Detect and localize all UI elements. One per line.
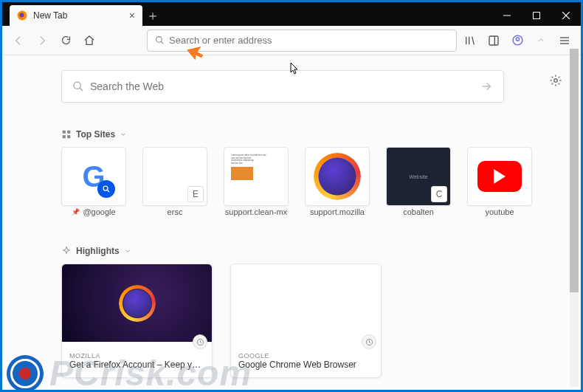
top-sites-heading: Top Sites <box>76 129 115 140</box>
card-source: GOOGLE <box>238 352 373 360</box>
account-button[interactable] <box>507 30 528 51</box>
web-search-input[interactable] <box>90 80 480 92</box>
highlight-card[interactable]: MOZILLA Get a Firefox Account – Keep you… <box>61 264 213 378</box>
tile-label: ersc <box>168 207 183 216</box>
highlight-card[interactable]: GOOGLE Google Chrome Web Browser <box>230 264 382 378</box>
firefox-tab-icon <box>17 10 27 21</box>
url-input[interactable] <box>169 35 449 46</box>
scroll-thumb[interactable] <box>570 49 579 292</box>
close-tab-button[interactable]: × <box>129 10 135 21</box>
customize-gear-button[interactable] <box>547 72 565 89</box>
tile-thumbnail <box>305 147 370 206</box>
svg-rect-3 <box>534 13 540 19</box>
url-bar[interactable] <box>147 30 457 52</box>
top-site-tile[interactable]: support.mozilla <box>305 147 370 216</box>
history-badge-icon <box>193 334 207 349</box>
sparkle-icon <box>61 246 72 256</box>
svg-point-22 <box>103 186 108 190</box>
card-title: Google Chrome Web Browser <box>238 360 373 370</box>
card-title: Get a Firefox Account – Keep you… <box>69 360 204 370</box>
forward-button[interactable] <box>32 30 52 51</box>
svg-point-15 <box>554 79 558 83</box>
top-site-tile[interactable]: E ersc <box>142 147 207 216</box>
tile-thumbnail <box>467 147 532 206</box>
fallback-letter-icon: C <box>431 186 447 202</box>
back-button[interactable] <box>8 30 29 51</box>
card-source: MOZILLA <box>69 352 204 360</box>
highlights-heading: Highlights <box>76 246 120 256</box>
gear-icon <box>549 74 562 87</box>
new-tab-content: Top Sites G 📌@google E ersc Lorem ipsum … <box>2 55 581 392</box>
top-sites-header[interactable]: Top Sites <box>61 129 522 140</box>
svg-rect-8 <box>489 36 498 45</box>
pin-icon: 📌 <box>72 208 80 216</box>
search-icon <box>72 80 84 92</box>
web-search-box[interactable] <box>61 70 504 103</box>
tile-label: @google <box>83 207 115 216</box>
grid-icon <box>61 129 72 140</box>
svg-line-17 <box>80 88 83 91</box>
browser-tab[interactable]: New Tab × <box>10 5 142 26</box>
maximize-button[interactable] <box>522 5 551 26</box>
card-thumbnail <box>231 264 381 342</box>
menu-button[interactable] <box>554 30 575 51</box>
toolbar <box>2 26 581 55</box>
card-thumbnail <box>62 264 212 342</box>
chevron-down-icon <box>124 247 131 255</box>
top-sites-row: G 📌@google E ersc Lorem ipsum dolor sit … <box>61 147 522 216</box>
history-badge-icon <box>362 334 376 349</box>
svg-rect-19 <box>67 131 70 134</box>
titlebar: New Tab × ＋ <box>2 2 581 26</box>
go-arrow-icon[interactable] <box>480 80 493 93</box>
search-icon <box>155 35 165 45</box>
svg-line-7 <box>161 41 163 44</box>
tile-thumbnail: WebsiteC <box>386 147 451 206</box>
tile-label: support.mozilla <box>310 207 365 216</box>
tile-thumbnail: Lorem ipsum dolor sit amet text rowrow r… <box>224 147 289 206</box>
svg-rect-18 <box>63 131 66 134</box>
youtube-icon <box>477 161 522 192</box>
svg-line-23 <box>108 190 110 193</box>
home-button[interactable] <box>79 30 100 51</box>
search-badge-icon <box>97 180 115 198</box>
tile-label: youtube <box>485 207 514 216</box>
firefox-icon <box>318 157 356 196</box>
firefox-icon <box>123 289 151 317</box>
new-tab-button[interactable]: ＋ <box>142 5 163 26</box>
chevron-down-icon <box>120 131 127 138</box>
tile-thumbnail: G <box>61 147 126 206</box>
library-button[interactable] <box>460 30 480 51</box>
svg-point-6 <box>156 37 162 43</box>
tile-label: support.clean-mx <box>225 207 287 216</box>
top-site-tile[interactable]: G 📌@google <box>61 147 126 216</box>
window-controls <box>492 5 581 26</box>
svg-point-1 <box>20 13 24 18</box>
minimize-button[interactable] <box>492 5 522 26</box>
tile-thumbnail: E <box>142 147 207 206</box>
svg-rect-21 <box>67 135 70 138</box>
svg-point-16 <box>74 82 80 89</box>
highlights-header[interactable]: Highlights <box>61 246 522 256</box>
sidebar-button[interactable] <box>483 30 504 51</box>
top-site-tile[interactable]: WebsiteC cobalten <box>386 147 451 216</box>
svg-rect-20 <box>63 135 66 138</box>
top-site-tile[interactable]: youtube <box>467 147 532 216</box>
overflow-button[interactable] <box>531 30 551 51</box>
scrollbar[interactable] <box>570 49 579 387</box>
reload-button[interactable] <box>55 30 76 51</box>
top-site-tile[interactable]: Lorem ipsum dolor sit amet text rowrow r… <box>224 147 289 216</box>
close-window-button[interactable] <box>551 5 581 26</box>
fallback-letter-icon: E <box>187 186 204 202</box>
svg-point-11 <box>516 38 519 41</box>
tile-label: cobalten <box>403 207 434 216</box>
tab-title: New Tab <box>33 10 67 21</box>
document-preview-icon: Lorem ipsum dolor sit amet text rowrow r… <box>228 151 284 202</box>
highlights-row: MOZILLA Get a Firefox Account – Keep you… <box>61 264 522 378</box>
